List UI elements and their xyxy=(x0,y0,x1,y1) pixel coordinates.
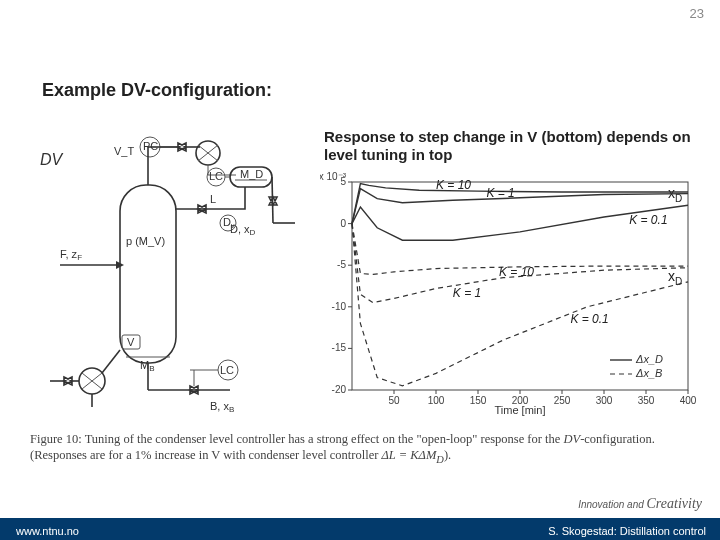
response-chart: x 10⁻³Time [min]50-5-10-15-2050100150200… xyxy=(320,168,698,418)
vt-label: V_T xyxy=(114,145,134,157)
figure-caption: Figure 10: Tuning of the condenser level… xyxy=(30,432,700,465)
y-tick: -10 xyxy=(332,301,347,312)
p-mv-label: p (M_V) xyxy=(126,235,165,247)
legend-dxD: Δx_D xyxy=(635,353,663,365)
footer-right: S. Skogestad: Distillation control xyxy=(548,525,706,537)
x-tick: 150 xyxy=(470,395,487,406)
lc-top-label: LC xyxy=(209,170,223,182)
md-label: M_D xyxy=(240,168,263,180)
vt-valve-icon xyxy=(178,143,186,151)
page-number: 23 xyxy=(690,6,704,21)
y-tick: -20 xyxy=(332,384,347,395)
curve-annotation: K = 1 xyxy=(453,286,481,300)
x-tick: 400 xyxy=(680,395,697,406)
x-tick: 350 xyxy=(638,395,655,406)
l-label: L xyxy=(210,193,216,205)
curve-annotation: K = 1 xyxy=(486,186,514,200)
b-xb-label: B, xB xyxy=(210,400,234,414)
y-tick: 0 xyxy=(340,218,346,229)
chart-caption: Response to step change in V (bottom) de… xyxy=(324,128,694,164)
y-tick: 5 xyxy=(340,176,346,187)
x-tick: 250 xyxy=(554,395,571,406)
x-tick: 100 xyxy=(428,395,445,406)
tagline: Innovation and Creativity xyxy=(578,496,702,512)
dv-label: DV xyxy=(40,151,64,168)
x-tick: 50 xyxy=(388,395,400,406)
process-diagram: DV V_T PC M_D LC D, xyxy=(30,125,300,425)
v-label: V xyxy=(127,336,135,348)
x-tick: 300 xyxy=(596,395,613,406)
curve-annotation: K = 10 xyxy=(499,265,534,279)
slide-title: Example DV-configuration: xyxy=(42,80,272,101)
reboiler-valve-icon xyxy=(64,377,72,385)
curve-annotation: K = 10 xyxy=(436,178,471,192)
y-tick: -15 xyxy=(332,342,347,353)
lc-bot-label: LC xyxy=(220,364,234,376)
svg-text:Dv: Dv xyxy=(223,216,235,229)
x-tick: 200 xyxy=(512,395,529,406)
pc-label: PC xyxy=(143,140,158,152)
footer-url: www.ntnu.no xyxy=(16,525,79,537)
curve-annotation: K = 0.1 xyxy=(629,213,667,227)
curve-annotation: K = 0.1 xyxy=(570,312,608,326)
y-tick: -5 xyxy=(337,259,346,270)
legend-dxB: Δx_B xyxy=(635,367,662,379)
series-line xyxy=(352,224,688,303)
feed-label: F, zF xyxy=(60,248,82,262)
svg-line-13 xyxy=(102,350,120,373)
